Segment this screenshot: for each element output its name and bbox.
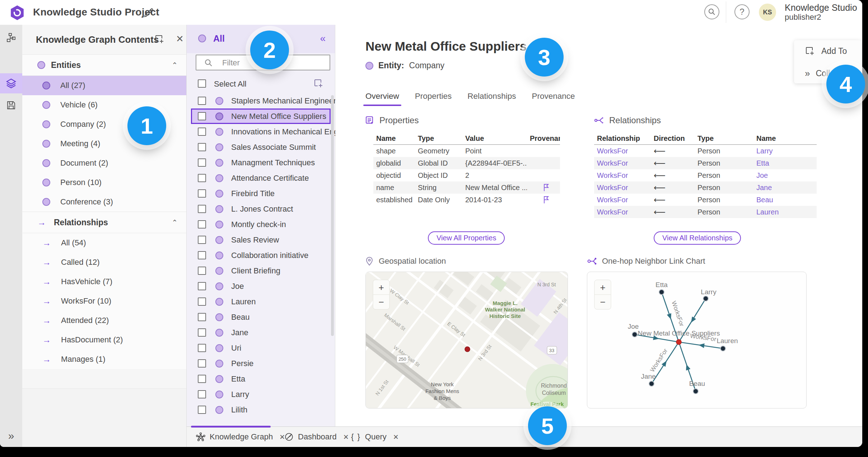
close-panel-icon[interactable]: ✕ (176, 33, 184, 45)
relationship-link[interactable]: WorksFor (594, 184, 651, 192)
relationship-category-item[interactable]: → Called (12) (22, 253, 186, 272)
instance-row[interactable]: Etta (187, 371, 335, 387)
relationship-category-item[interactable]: → HasDocument (2) (22, 330, 186, 350)
list-scrollbar[interactable] (331, 95, 334, 336)
instance-row[interactable]: Firebird Title (187, 186, 335, 201)
instance-checkbox[interactable] (198, 205, 206, 213)
instance-checkbox[interactable] (198, 313, 206, 321)
instance-row[interactable]: Montly check-in (187, 217, 335, 232)
instance-row[interactable]: Sales Associate Summit (187, 139, 335, 155)
relationship-category-item[interactable]: → All (54) (22, 233, 186, 253)
instance-checkbox[interactable] (198, 189, 206, 198)
instance-row[interactable]: Collaboration initiative (187, 248, 335, 263)
instance-row[interactable]: New Metal Office Suppliers (191, 109, 331, 124)
relationship-category-item[interactable]: → Manages (1) (22, 350, 186, 369)
geospatial-map[interactable]: W Clay St Marshall St W Marshall St E Cl… (365, 272, 568, 408)
instance-row[interactable]: Sales Review (187, 232, 335, 248)
related-name-link[interactable]: Lauren (753, 208, 817, 216)
search-button[interactable] (704, 4, 719, 19)
relationship-category-item[interactable]: → Attended (22) (22, 311, 186, 330)
related-name-link[interactable]: Jane (753, 184, 817, 192)
relationship-link[interactable]: WorksFor (594, 196, 651, 204)
entity-category-item[interactable]: All (27) (22, 76, 186, 95)
instance-checkbox[interactable] (198, 174, 206, 182)
user-info[interactable]: Knowledge Studio publisher2 (785, 3, 857, 22)
relationship-link[interactable]: WorksFor (594, 147, 651, 155)
instance-checkbox[interactable] (198, 359, 206, 368)
instance-row[interactable]: Lauren (187, 294, 335, 309)
collapse-list-panel-icon[interactable]: « (320, 33, 326, 44)
instance-checkbox[interactable] (198, 267, 206, 275)
instance-row[interactable]: L. Jones Contract (187, 201, 335, 217)
instance-row[interactable]: Persie (187, 356, 335, 371)
instance-checkbox[interactable] (198, 328, 206, 337)
related-name-link[interactable]: Etta (753, 159, 817, 167)
instance-row[interactable]: Innovations in Mechanical Engin... (187, 124, 335, 139)
one-hop-link-chart[interactable]: WorksFor WorksFor WorksFor Etta Larry (587, 272, 807, 408)
relationship-category-item[interactable]: → WorksFor (10) (22, 291, 186, 311)
instance-row[interactable]: Staplers Mechanical Engineering (187, 93, 335, 109)
app-logo-icon[interactable] (10, 5, 25, 22)
instance-checkbox[interactable] (198, 128, 206, 136)
avatar[interactable]: KS (759, 4, 776, 21)
collapse-entities-icon[interactable]: ⌃ (172, 61, 178, 69)
relationship-category-item[interactable]: → HasVehicle (7) (22, 272, 186, 291)
relationships-section-header[interactable]: → Relationships ⌃ (22, 212, 186, 233)
data-model-rail-button[interactable] (0, 28, 22, 48)
instance-checkbox[interactable] (198, 297, 206, 306)
view-all-relationships-button[interactable]: View All Relationships (654, 231, 741, 245)
add-layer-button[interactable] (154, 34, 164, 46)
instance-checkbox[interactable] (198, 97, 206, 105)
instance-row[interactable]: Client Briefing (187, 263, 335, 278)
instance-row[interactable]: Lilith (187, 402, 335, 417)
instance-checkbox[interactable] (198, 236, 206, 244)
instance-checkbox[interactable] (198, 282, 206, 290)
tab-query[interactable]: { } Query ✕ (351, 427, 399, 447)
tab-dashboard[interactable]: Dashboard ✕ (284, 427, 349, 447)
entity-category-item[interactable]: Vehicle (6) (22, 95, 186, 115)
edit-title-icon[interactable] (143, 6, 154, 19)
instance-row[interactable]: Uri (187, 340, 335, 356)
instance-checkbox[interactable] (198, 112, 206, 120)
tab-provenance[interactable]: Provenance (532, 92, 575, 106)
provenance-flag-icon[interactable] (543, 195, 550, 204)
related-name-link[interactable]: Joe (753, 171, 817, 180)
entity-category-item[interactable]: Person (10) (22, 173, 186, 192)
relationship-link[interactable]: WorksFor (594, 171, 651, 180)
instance-checkbox[interactable] (198, 158, 206, 167)
related-name-link[interactable]: Beau (753, 196, 817, 204)
relationship-link[interactable]: WorksFor (594, 159, 651, 167)
add-selection-button[interactable] (313, 78, 323, 90)
instance-checkbox[interactable] (198, 143, 206, 151)
relationship-link[interactable]: WorksFor (594, 208, 651, 216)
related-name-link[interactable]: Larry (753, 147, 817, 155)
expand-rail-button[interactable]: » (0, 430, 22, 442)
instance-checkbox[interactable] (198, 251, 206, 259)
entity-category-item[interactable]: Conference (3) (22, 192, 186, 212)
instance-checkbox[interactable] (198, 406, 206, 414)
select-all-checkbox[interactable] (198, 79, 206, 88)
instance-row[interactable]: Managment Techniques (187, 155, 335, 170)
collapse-relationships-icon[interactable]: ⌃ (172, 218, 178, 227)
view-all-properties-button[interactable]: View All Properties (428, 231, 505, 245)
provenance-flag-icon[interactable] (543, 183, 550, 192)
help-button[interactable]: ? (734, 4, 750, 19)
instance-row[interactable]: Joe (187, 278, 335, 294)
instance-checkbox[interactable] (198, 390, 206, 398)
close-dashboard-tab[interactable]: ✕ (343, 433, 349, 441)
instance-checkbox[interactable] (198, 220, 206, 228)
instance-row[interactable]: Attendance Certificate (187, 170, 335, 186)
instance-row[interactable]: Beau (187, 309, 335, 325)
instance-checkbox[interactable] (198, 344, 206, 352)
save-rail-button[interactable] (0, 95, 22, 115)
add-to-button[interactable]: Add To (794, 43, 862, 59)
tab-overview[interactable]: Overview (365, 92, 399, 106)
tab-knowledge-graph[interactable]: Knowledge Graph ✕ (196, 427, 285, 447)
close-query-tab[interactable]: ✕ (393, 433, 399, 441)
tab-properties[interactable]: Properties (415, 92, 452, 106)
entity-category-item[interactable]: Document (2) (22, 153, 186, 173)
instance-row[interactable]: Larry (187, 387, 335, 402)
entities-section-header[interactable]: Entities ⌃ (22, 54, 186, 76)
tab-relationships[interactable]: Relationships (467, 92, 516, 106)
instance-checkbox[interactable] (198, 375, 206, 383)
